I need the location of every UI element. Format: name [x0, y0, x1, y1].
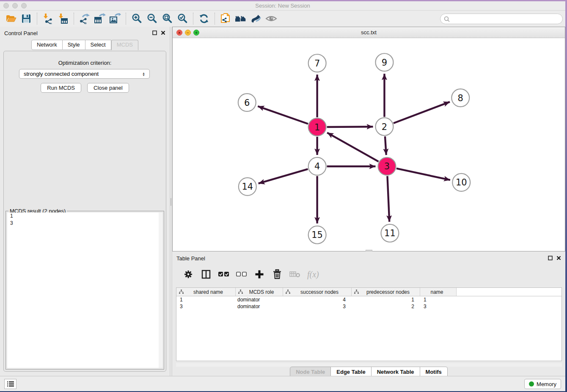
first-neighbors-icon[interactable] [233, 12, 248, 25]
float-panel-icon[interactable] [152, 30, 157, 35]
apply-layout-icon[interactable] [196, 12, 212, 25]
mcds-panel: Optimization criterion: strongly connect… [3, 51, 166, 372]
select-all-check-icon[interactable] [218, 269, 229, 280]
tab-network[interactable]: Network [31, 40, 63, 50]
add-column-icon[interactable] [254, 269, 265, 280]
graph-node-label-15: 15 [311, 230, 323, 240]
save-session-icon[interactable] [19, 12, 34, 25]
toolbar-separator [193, 13, 193, 25]
cell-predecessor-nodes: 1 [352, 296, 420, 303]
cell-successor-nodes: 3 [283, 303, 352, 310]
open-session-icon[interactable] [3, 12, 19, 25]
export-network-icon[interactable] [77, 12, 92, 25]
column-header-predecessor-nodes[interactable]: predecessor nodes [352, 288, 420, 296]
control-panel: Control Panel Network Style Select MCDS … [0, 27, 170, 376]
graph-node-label-1: 1 [314, 122, 320, 133]
function-builder-icon[interactable]: f(x) [307, 270, 319, 279]
graph-edge-1-2[interactable] [327, 127, 373, 127]
column-header-successor-nodes[interactable]: successor nodes [283, 288, 352, 296]
deselect-all-icon[interactable] [236, 269, 247, 280]
import-table-icon[interactable] [55, 12, 71, 25]
search-field[interactable] [440, 14, 563, 24]
tab-style[interactable]: Style [63, 40, 85, 50]
table-row[interactable]: 1 dominator 4 1 1 [176, 296, 561, 303]
graph-node-label-3: 3 [384, 161, 390, 171]
export-image-icon[interactable] [107, 12, 123, 25]
graph-node-label-2: 2 [382, 122, 387, 132]
app-titlebar: Session: New Session [0, 1, 565, 11]
graph-node-label-8: 8 [458, 93, 463, 103]
graph-edge-3-1[interactable] [327, 133, 378, 161]
delete-table-icon[interactable] [289, 269, 300, 280]
run-mcds-button[interactable]: Run MCDS [41, 83, 81, 93]
graph-edge-1-6[interactable] [258, 106, 308, 124]
graph-node-label-11: 11 [384, 228, 396, 238]
network-view-window: × − + scc.txt 7968124314101511 [172, 27, 565, 251]
style-brush-icon[interactable] [248, 12, 264, 25]
list-icon [7, 381, 14, 387]
memory-button[interactable]: Memory [524, 379, 561, 389]
column-header-mcds-role[interactable]: MCDS role [236, 288, 283, 296]
criterion-select[interactable]: strongly connected component ▲▼ [19, 69, 150, 79]
mcds-result-item: 3 [7, 220, 162, 227]
zoom-selected-icon[interactable] [175, 12, 190, 25]
result-scrollbar[interactable] [159, 213, 162, 368]
close-table-panel-icon[interactable] [556, 256, 561, 260]
cell-shared-name: 1 [176, 296, 236, 303]
float-table-panel-icon[interactable] [548, 256, 553, 260]
network-window-titlebar[interactable]: × − + scc.txt [173, 27, 565, 38]
graph-node-label-7: 7 [314, 58, 320, 69]
column-header-shared-name[interactable]: shared name [176, 288, 236, 296]
table-row[interactable]: 3 dominator 3 2 3 [176, 303, 561, 310]
column-type-icon [286, 290, 290, 294]
cell-mcds-role: dominator [236, 303, 283, 310]
application-window: Session: New Session [0, 1, 565, 391]
cell-mcds-role: dominator [236, 296, 283, 303]
graph-edge-2-3[interactable] [385, 136, 386, 155]
split-columns-icon[interactable] [201, 269, 212, 280]
delete-column-icon[interactable] [272, 269, 283, 280]
optimization-criterion-label: Optimization criterion: [4, 60, 166, 66]
node-table: shared name MCDS role successor nodes pr… [176, 287, 562, 361]
zoom-in-icon[interactable] [129, 12, 144, 25]
cell-name: 1 [420, 296, 457, 303]
tab-select[interactable]: Select [85, 40, 111, 50]
column-header-name[interactable]: name [420, 288, 457, 296]
graph-edge-3-10[interactable] [396, 168, 450, 180]
cell-shared-name: 3 [176, 303, 236, 310]
zoom-fit-icon[interactable] [160, 12, 175, 25]
graph-edge-2-8[interactable] [394, 102, 450, 123]
table-settings-icon[interactable] [183, 269, 194, 280]
main-toolbar [0, 11, 565, 27]
toolbar-separator [37, 13, 37, 25]
tab-mcds[interactable]: MCDS [111, 40, 138, 50]
graph-edge-4-14[interactable] [259, 169, 308, 183]
toolbar-separator [74, 13, 74, 25]
horizontal-splitter-grip[interactable] [366, 250, 372, 251]
import-network-icon[interactable] [40, 12, 55, 25]
table-toolbar: f(x) [176, 265, 562, 284]
column-type-icon [238, 290, 243, 294]
mcds-result-list[interactable]: 1 3 [7, 213, 162, 368]
table-panel-title: Table Panel [176, 255, 205, 262]
zoom-out-icon[interactable] [144, 12, 160, 25]
table-scrollbar[interactable] [176, 363, 562, 367]
close-panel-button[interactable]: Close panel [87, 83, 129, 93]
clone-network-icon[interactable] [218, 12, 233, 25]
graph-node-label-9: 9 [382, 58, 387, 68]
app-title: Session: New Session [0, 3, 565, 9]
search-input[interactable] [452, 16, 562, 22]
graph-node-label-14: 14 [242, 182, 253, 192]
network-canvas[interactable]: 7968124314101511 [173, 38, 565, 251]
column-type-icon [179, 290, 184, 294]
show-hide-icon[interactable] [264, 12, 279, 25]
criterion-select-value: strongly connected component [24, 71, 99, 77]
close-panel-icon[interactable] [161, 30, 165, 35]
export-table-icon[interactable] [92, 12, 107, 25]
toolbar-separator [126, 13, 126, 25]
graph-edge-3-11[interactable] [387, 176, 389, 222]
table-panel: Table Panel [172, 252, 565, 376]
toolbar-separator [215, 13, 215, 25]
control-panel-tabs: Network Style Select MCDS [0, 40, 170, 50]
task-history-button[interactable] [4, 379, 17, 389]
